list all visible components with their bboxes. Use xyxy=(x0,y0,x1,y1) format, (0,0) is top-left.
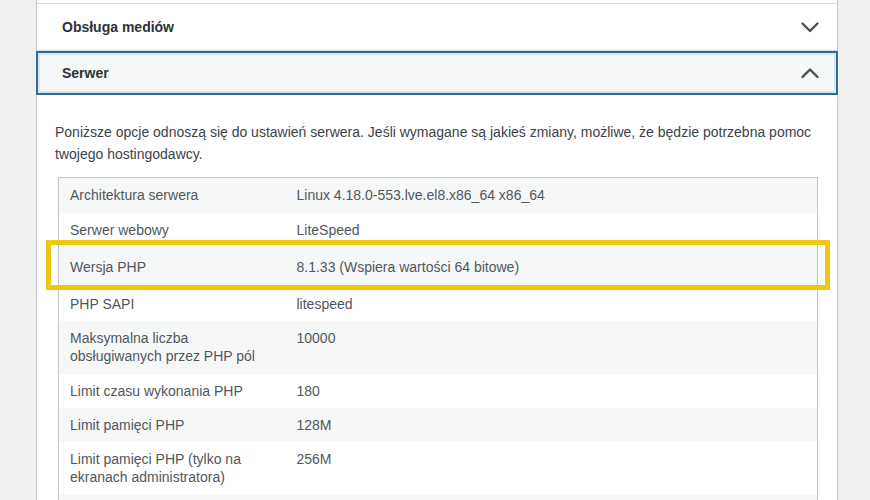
row-value: 180 xyxy=(286,374,818,408)
row-value: 256M xyxy=(286,442,818,494)
row-value: Linux 4.18.0-553.lve.el8.x86_64 x86_64 xyxy=(286,178,818,213)
row-label: Limit pamięci PHP (tylko na ekranach adm… xyxy=(59,442,286,494)
table-row: Serwer webowy LiteSpeed xyxy=(59,213,818,247)
table-row-php-version: Wersja PHP 8.1.33 (Wspiera wartości 64 b… xyxy=(59,247,818,287)
row-label: Maksymalna liczba obsługiwanych przez PH… xyxy=(59,321,286,373)
table-row: Limit pamięci PHP (tylko na ekranach adm… xyxy=(59,442,818,494)
table-row: Limit pamięci PHP 128M xyxy=(59,408,818,442)
row-label: PHP SAPI xyxy=(59,287,286,321)
row-value: 10000 xyxy=(286,321,818,373)
table-row: Limit czasu wykonania PHP 180 xyxy=(59,374,818,408)
accordion-section-media-label: Obsługa mediów xyxy=(62,19,174,35)
site-health-info-panel: Obsługa mediów Serwer Poniższe opcje odn… xyxy=(36,0,838,500)
table-row: Maksymalna liczba obsługiwanych przez PH… xyxy=(59,321,818,373)
site-health-page: Obsługa mediów Serwer Poniższe opcje odn… xyxy=(0,0,870,500)
chevron-down-icon xyxy=(801,22,819,33)
row-label: Wersja PHP xyxy=(59,247,286,287)
row-label: Limit czasu wykonania PHP xyxy=(59,374,286,408)
row-label: Architektura serwera xyxy=(59,178,286,213)
table-row-partial xyxy=(59,494,818,500)
accordion-section-server[interactable]: Serwer xyxy=(36,51,838,95)
server-section-content: Poniższe opcje odnoszą się do ustawień s… xyxy=(37,95,837,500)
server-section-description: Poniższe opcje odnoszą się do ustawień s… xyxy=(55,122,818,165)
server-info-table: Architektura serwera Linux 4.18.0-553.lv… xyxy=(58,177,818,500)
row-value: 8.1.33 (Wspiera wartości 64 bitowe) xyxy=(286,247,818,287)
table-row: Architektura serwera Linux 4.18.0-553.lv… xyxy=(59,178,818,213)
row-value: LiteSpeed xyxy=(286,213,818,247)
row-label: Serwer webowy xyxy=(59,213,286,247)
accordion-section-server-label: Serwer xyxy=(62,65,109,81)
row-label: Limit pamięci PHP xyxy=(59,408,286,442)
row-value: litespeed xyxy=(286,287,818,321)
accordion-section-media[interactable]: Obsługa mediów xyxy=(37,3,837,51)
table-row: PHP SAPI litespeed xyxy=(59,287,818,321)
chevron-up-icon xyxy=(801,68,819,79)
row-value: 128M xyxy=(286,408,818,442)
